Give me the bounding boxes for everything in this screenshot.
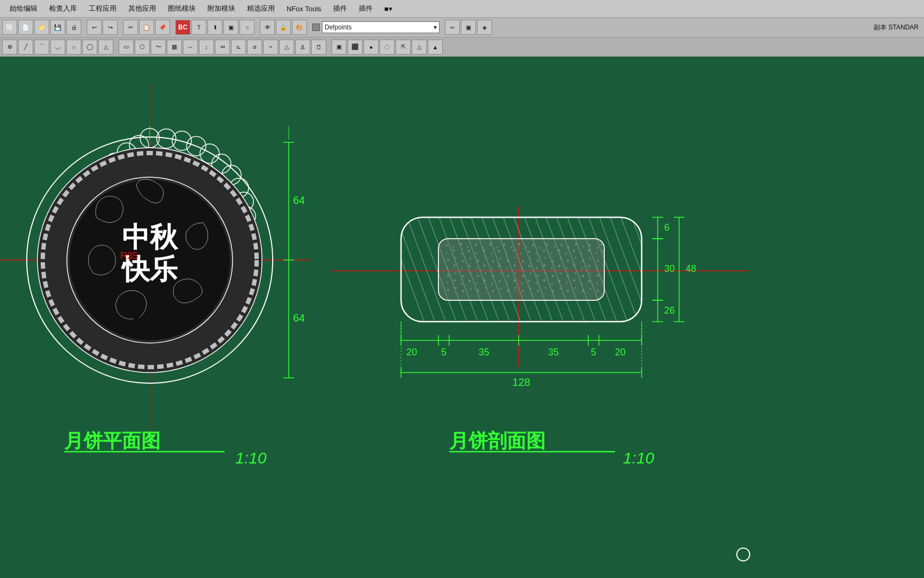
tb2-line[interactable]: ╱ (18, 40, 33, 55)
tb-btn-paste[interactable]: 📌 (155, 20, 170, 35)
svg-point-143 (537, 260, 539, 262)
tb2-circ2[interactable]: ◯ (82, 40, 97, 55)
svg-point-107 (597, 247, 598, 249)
tb2-more6[interactable]: △ (412, 40, 427, 55)
tb2-more3[interactable]: ● (364, 40, 379, 55)
tb2-arc2[interactable]: ◡ (50, 40, 65, 55)
menu-plugin2[interactable]: 插件 (353, 3, 378, 14)
svg-point-103 (568, 247, 569, 248)
tb2-more7[interactable]: ▲ (428, 40, 443, 55)
svg-point-201 (491, 283, 493, 285)
svg-point-218 (455, 287, 457, 289)
tb-btn-7[interactable]: ↪ (103, 20, 118, 35)
svg-point-169 (573, 264, 575, 267)
tb-layer-vis[interactable]: 👁 (260, 20, 275, 35)
svg-point-112 (468, 250, 470, 252)
menu-selected[interactable]: 精选应用 (242, 3, 280, 14)
tb-btn-prop2[interactable]: ▣ (461, 20, 476, 35)
tb-btn-circ[interactable]: ○ (240, 20, 255, 35)
svg-point-223 (492, 290, 494, 292)
svg-point-154 (461, 268, 463, 270)
svg-point-105 (582, 246, 584, 247)
svg-point-183 (515, 272, 517, 274)
tb2-note[interactable]: 🗒 (311, 40, 326, 55)
svg-point-171 (588, 265, 590, 267)
tb2-tri[interactable]: △ (98, 40, 113, 55)
svg-point-226 (515, 287, 517, 289)
tb-layer-clr[interactable]: 🎨 (292, 20, 307, 35)
menu-addon[interactable]: 附加模块 (202, 3, 241, 14)
tb2-circ1[interactable]: ○ (66, 40, 81, 55)
svg-point-221 (477, 290, 479, 292)
tb-btn-2[interactable]: 📄 (18, 20, 33, 35)
tb-btn-5[interactable]: 🖨 (66, 20, 81, 35)
layer-dropdown[interactable]: Defpoints ▾ (322, 21, 440, 33)
tb-btn-3[interactable]: 📁 (34, 20, 49, 35)
tb-btn-1[interactable]: ⬜ (2, 20, 17, 35)
drawing-canvas: 中秋 快乐 R35 64 64 (0, 57, 924, 578)
tb2-dim4[interactable]: ⊾ (231, 40, 246, 55)
svg-point-96 (518, 243, 520, 245)
tb2-more2[interactable]: ⬛ (348, 40, 363, 55)
menu-other[interactable]: 其他应用 (123, 3, 161, 14)
tb-btn-t1[interactable]: T (191, 20, 206, 35)
svg-point-222 (485, 287, 487, 289)
tb2-snap[interactable]: ⊕ (2, 40, 17, 55)
svg-text:64: 64 (293, 194, 305, 206)
tb2-dim1[interactable]: ↔ (183, 40, 198, 55)
tb2-dim6[interactable]: ⌁ (263, 40, 278, 55)
svg-point-203 (506, 283, 508, 284)
svg-point-167 (558, 265, 560, 267)
tb-btn-prop1[interactable]: ═ (445, 20, 460, 35)
svg-text:5: 5 (591, 347, 596, 358)
tb2-dim5[interactable]: ⌀ (247, 40, 262, 55)
svg-point-161 (513, 264, 515, 267)
svg-point-215 (596, 283, 598, 284)
svg-point-186 (537, 275, 539, 277)
tb2-dim7[interactable]: △ (279, 40, 294, 55)
menu-check[interactable]: 检查入库 (44, 3, 82, 14)
tb2-arc1[interactable]: ⌒ (34, 40, 49, 55)
tb-btn-sq[interactable]: ▣ (224, 20, 238, 35)
svg-point-210 (558, 280, 560, 282)
tb2-more1[interactable]: ▣ (332, 40, 346, 55)
tb-btn-6[interactable]: ↩ (87, 20, 102, 35)
tb2-rect[interactable]: ▭ (119, 40, 134, 55)
menu-engineering[interactable]: 工程应用 (83, 3, 122, 14)
svg-point-119 (521, 253, 522, 255)
svg-point-147 (567, 260, 569, 262)
menu-drawing[interactable]: 图纸模块 (163, 3, 201, 14)
svg-point-109 (446, 252, 448, 254)
svg-point-181 (500, 273, 502, 275)
svg-point-122 (543, 250, 545, 252)
svg-text:R35: R35 (120, 250, 138, 261)
tb2-poly[interactable]: ⬡ (135, 40, 150, 55)
tb2-dim8[interactable]: Δ (295, 40, 310, 55)
tb-layer-lock[interactable]: 🔒 (276, 20, 291, 35)
tb-btn-4[interactable]: 💾 (50, 20, 65, 35)
menu-misc[interactable]: ■▾ (379, 4, 398, 14)
menu-nfox[interactable]: NFox Tools (281, 4, 327, 14)
svg-point-137 (492, 260, 494, 262)
svg-point-180 (492, 275, 494, 277)
tb2-dim3[interactable]: ⇔ (215, 40, 230, 55)
svg-point-114 (483, 249, 485, 252)
svg-point-98 (532, 244, 534, 246)
tb2-dim2[interactable]: ↕ (199, 40, 214, 55)
tb2-more4[interactable]: ◌ (380, 40, 395, 55)
menu-plugin1[interactable]: 插件 (328, 3, 352, 14)
tb2-spline[interactable]: 〜 (151, 40, 166, 55)
tb2-hatch[interactable]: ▦ (167, 40, 182, 55)
tb-btn-copy[interactable]: 📋 (139, 20, 154, 35)
svg-point-166 (551, 268, 553, 270)
tb-btn-prop3[interactable]: ◈ (477, 20, 492, 35)
tb-btn-arr[interactable]: ⬆ (207, 20, 222, 35)
svg-point-174 (447, 274, 449, 276)
tb2-more5[interactable]: ⇱ (396, 40, 411, 55)
svg-point-130 (602, 250, 604, 252)
svg-point-127 (581, 253, 582, 254)
tb-btn-cut[interactable]: ✂ (123, 20, 138, 35)
tb-btn-bc[interactable]: BC (175, 20, 190, 35)
right-title: 月饼剖面图 (449, 430, 545, 452)
menu-edit[interactable]: 始绘编辑 (4, 3, 43, 14)
